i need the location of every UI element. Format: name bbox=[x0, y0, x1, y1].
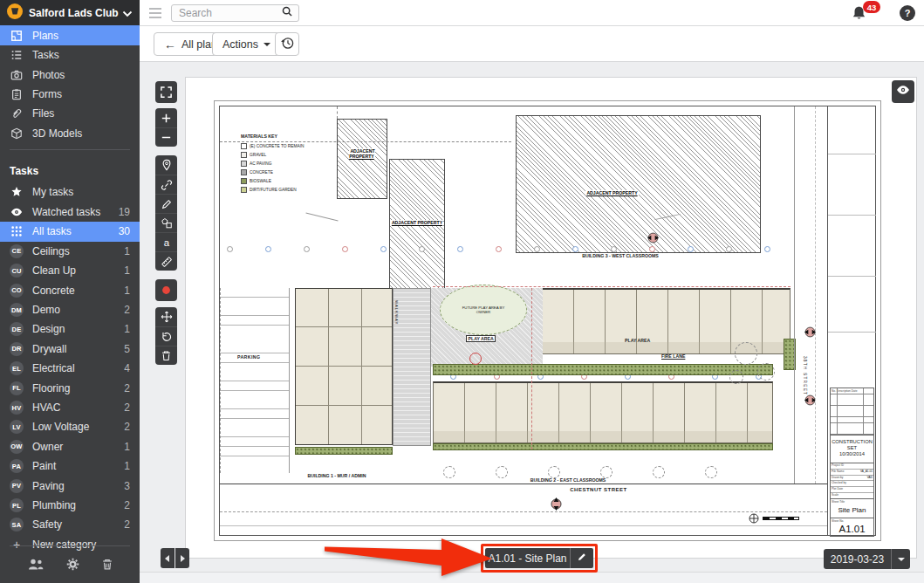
adjacent-property-block: ADJACENT PROPERTY bbox=[389, 159, 445, 290]
sidebar-item-plans[interactable]: Plans bbox=[0, 25, 140, 45]
sidebar-item-forms[interactable]: Forms bbox=[0, 85, 140, 104]
adjacent-property-label: ADJACENT PROPERTY bbox=[338, 149, 387, 160]
category-badge: LV bbox=[10, 420, 24, 434]
trash-icon[interactable] bbox=[101, 558, 113, 574]
rename-sheet-button[interactable] bbox=[570, 548, 593, 568]
undo-button[interactable] bbox=[155, 326, 177, 346]
sidebar-item-photos[interactable]: Photos bbox=[0, 65, 140, 84]
category-badge: CE bbox=[10, 244, 24, 258]
sidebar-category-design[interactable]: DEDesign1 bbox=[0, 319, 140, 339]
version-history-button[interactable] bbox=[275, 32, 299, 56]
play-area-label: PLAY AREA bbox=[625, 338, 650, 343]
search-icon[interactable] bbox=[281, 5, 293, 21]
benchmark-icon bbox=[749, 513, 759, 524]
version-dropdown[interactable] bbox=[891, 549, 910, 569]
category-label: Safety bbox=[32, 518, 62, 531]
sidebar-item-tasks[interactable]: Tasks bbox=[0, 45, 140, 65]
link-tool-button[interactable] bbox=[155, 175, 177, 194]
prev-sheet-button[interactable] bbox=[161, 548, 175, 568]
delete-button[interactable] bbox=[155, 346, 177, 365]
sidebar-item-label: My tasks bbox=[32, 186, 73, 198]
count-badge: 2 bbox=[124, 518, 130, 531]
help-button[interactable]: ? bbox=[900, 5, 915, 21]
notifications-button[interactable]: 43 bbox=[851, 4, 870, 24]
version-date-button[interactable]: 2019-03-23 bbox=[824, 549, 910, 569]
category-badge: DR bbox=[10, 342, 24, 356]
adjacent-property-label: ADJACENT PROPERTY bbox=[490, 191, 734, 196]
sidebar-item-files[interactable]: Files bbox=[0, 104, 140, 123]
count-badge: 30 bbox=[119, 225, 130, 237]
topbar: 43 ? bbox=[140, 0, 924, 26]
star-icon bbox=[10, 186, 24, 198]
north-marker bbox=[550, 497, 563, 511]
eye-icon bbox=[896, 83, 910, 100]
measure-tool-button[interactable] bbox=[155, 251, 177, 271]
gear-icon[interactable] bbox=[66, 558, 79, 574]
sidebar-category-drywall[interactable]: DRDrywall5 bbox=[0, 340, 140, 359]
sidebar-item-label: Tasks bbox=[32, 49, 59, 61]
count-badge: 1 bbox=[124, 441, 130, 453]
plans-icon bbox=[10, 30, 24, 42]
sidebar-divider bbox=[10, 149, 130, 150]
shapes-tool-button[interactable] bbox=[155, 213, 177, 232]
paperclip-icon bbox=[10, 107, 24, 120]
sidebar-item-watched-tasks[interactable]: Watched tasks 19 bbox=[0, 202, 140, 221]
move-tool-button[interactable] bbox=[155, 307, 177, 326]
zoom-controls bbox=[155, 108, 177, 147]
record-button[interactable] bbox=[155, 279, 177, 301]
markup-circle bbox=[469, 353, 482, 365]
fullscreen-button[interactable] bbox=[155, 81, 177, 103]
sheet-title-text: Site Plan bbox=[831, 506, 873, 514]
category-label: Paving bbox=[32, 480, 65, 492]
visibility-button[interactable] bbox=[892, 80, 914, 103]
parking-lot bbox=[220, 288, 290, 473]
sidebar-category-flooring[interactable]: FLFlooring2 bbox=[0, 378, 140, 397]
next-sheet-button[interactable] bbox=[175, 548, 189, 568]
sidebar-category-plumbing[interactable]: PLPlumbing2 bbox=[0, 496, 140, 515]
property-line bbox=[337, 106, 338, 119]
category-badge: FL bbox=[10, 381, 24, 395]
sidebar-category-owner[interactable]: OWOwner1 bbox=[0, 437, 140, 456]
building2-label: BUILDING 2 - EAST CLASSROOMS bbox=[494, 477, 642, 483]
sidebar-category-ceilings[interactable]: CECeilings1 bbox=[0, 242, 140, 261]
pen-tool-button[interactable] bbox=[155, 194, 177, 213]
street-edge bbox=[220, 525, 827, 526]
play-area-label: PLAY AREA bbox=[466, 335, 496, 342]
street-centerline bbox=[220, 511, 827, 512]
zoom-in-button[interactable] bbox=[155, 108, 177, 127]
people-icon[interactable] bbox=[27, 558, 44, 574]
actions-dropdown-button[interactable]: Actions bbox=[212, 32, 281, 56]
project-switcher[interactable]: Salford Lads Club bbox=[0, 0, 140, 25]
sidebar-item-my-tasks[interactable]: My tasks bbox=[0, 182, 140, 202]
sidebar-category-demo[interactable]: DMDemo2 bbox=[0, 300, 140, 319]
sheet-title-block: Sheet Title Site Plan bbox=[831, 499, 873, 518]
chevron-right-icon bbox=[181, 555, 185, 562]
grid-icon bbox=[10, 225, 24, 237]
search-input[interactable] bbox=[177, 6, 281, 20]
sidebar-category-clean-up[interactable]: CUClean Up1 bbox=[0, 261, 140, 280]
building1-label: BUILDING 1 - MUR / ADMIN bbox=[267, 473, 407, 478]
sheet-name-button[interactable]: A1.01 - Site Plan bbox=[485, 548, 593, 568]
hamburger-menu-icon[interactable] bbox=[148, 7, 162, 23]
sheet-name-label: A1.01 - Site Plan bbox=[485, 552, 570, 565]
actions-label: Actions bbox=[222, 38, 258, 51]
sidebar-category-low-voltage[interactable]: LVLow Voltage2 bbox=[0, 417, 140, 436]
future-play-area: FUTURE PLAY AREA BY OWNER bbox=[440, 285, 527, 335]
walkway-label: WALKWAY bbox=[394, 300, 399, 325]
sidebar-category-concrete[interactable]: COConcrete1 bbox=[0, 281, 140, 300]
text-tool-button[interactable]: a bbox=[155, 232, 177, 251]
sidebar-category-paint[interactable]: PAPaint1 bbox=[0, 456, 140, 476]
sidebar-item-all-tasks[interactable]: All tasks 30 bbox=[0, 222, 140, 242]
sidebar-category-hvac[interactable]: HVHVAC2 bbox=[0, 398, 140, 417]
sidebar-category-electrical[interactable]: ELElectrical4 bbox=[0, 359, 140, 378]
pin-tool-button[interactable] bbox=[155, 155, 177, 175]
sidebar-category-paving[interactable]: PVPaving3 bbox=[0, 476, 140, 495]
property-line bbox=[220, 141, 511, 142]
materials-key-title: MATERIALS KEY bbox=[241, 134, 277, 139]
count-badge: 1 bbox=[124, 460, 130, 472]
site-line bbox=[433, 286, 791, 287]
plan-sheet[interactable]: MATERIALS KEY (E) CONCRETE TO REMAIN GRA… bbox=[214, 100, 881, 541]
zoom-out-button[interactable] bbox=[155, 127, 177, 147]
sidebar-item-3d-models[interactable]: 3D Models bbox=[0, 124, 140, 143]
category-label: Clean Up bbox=[32, 264, 76, 277]
